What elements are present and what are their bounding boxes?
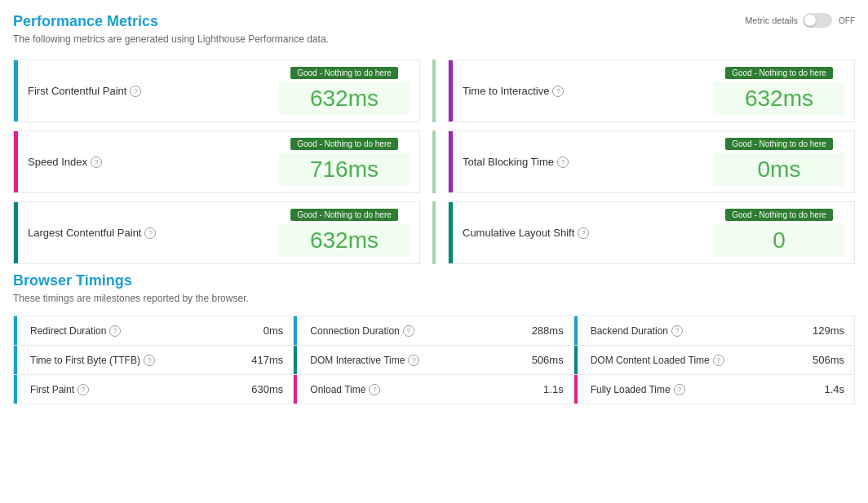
onload-help[interactable]: ? [369, 384, 380, 395]
si-body: Speed Index ? Good - Nothing to do here … [18, 131, 419, 192]
metrics-row2-divider [432, 130, 436, 193]
onload-accent [294, 375, 297, 404]
lcp-value: 632ms [279, 224, 410, 257]
fcp-badge: Good - Nothing to do here [290, 67, 398, 79]
connection-duration-accent [294, 316, 297, 345]
performance-subtitle: The following metrics are generated usin… [13, 33, 329, 45]
metric-details-label: Metric details [745, 15, 798, 25]
si-badge: Good - Nothing to do here [290, 138, 398, 150]
cls-help-icon[interactable]: ? [578, 227, 589, 239]
connection-duration-help[interactable]: ? [403, 325, 414, 337]
fcp-help-icon[interactable]: ? [130, 86, 141, 97]
redirect-duration-value: 0ms [264, 324, 284, 337]
ttfb-content: Time to First Byte (TTFB) ? 417ms [24, 354, 283, 366]
performance-title: Performance Metrics [13, 13, 329, 30]
tti-value: 632ms [714, 82, 844, 115]
timing-redirect-duration: Redirect Duration ? 0ms [14, 316, 294, 346]
fcp-value-box: Good - Nothing to do here 632ms [279, 67, 410, 115]
tti-badge: Good - Nothing to do here [725, 67, 833, 79]
metrics-row-1: First Contentful Paint ? Good - Nothing … [13, 60, 855, 122]
metric-details-toggle: Metric details OFF [745, 13, 855, 28]
metric-card-fcp: First Contentful Paint ? Good - Nothing … [13, 60, 420, 122]
fully-loaded-accent [574, 375, 578, 404]
tbt-help-icon[interactable]: ? [557, 157, 569, 168]
cls-body: Cumulative Layout Shift ? Good - Nothing… [453, 202, 854, 263]
metrics-row1-divider [432, 60, 436, 122]
timing-dom-content-loaded: DOM Content Loaded Time ? 506ms [574, 346, 854, 375]
ttfb-value: 417ms [251, 354, 283, 366]
first-paint-value: 630ms [251, 383, 283, 395]
timing-backend-duration: Backend Duration ? 129ms [574, 316, 854, 346]
first-paint-help[interactable]: ? [78, 384, 89, 395]
ttfb-name: Time to First Byte (TTFB) ? [30, 355, 155, 366]
backend-duration-help[interactable]: ? [671, 325, 683, 337]
ttfb-help[interactable]: ? [144, 355, 155, 366]
si-name: Speed Index ? [28, 156, 102, 168]
backend-duration-value: 129ms [813, 324, 844, 337]
browser-timings-title: Browser Timings [13, 272, 855, 289]
dom-interactive-value: 506ms [532, 354, 564, 366]
performance-section: Performance Metrics The following metric… [13, 13, 855, 264]
first-paint-accent [14, 375, 17, 404]
backend-duration-content: Backend Duration ? 129ms [584, 324, 844, 337]
fully-loaded-name: Fully Loaded Time ? [591, 384, 685, 395]
redirect-duration-content: Redirect Duration ? 0ms [24, 324, 283, 337]
lcp-help-icon[interactable]: ? [144, 227, 156, 239]
backend-duration-name: Backend Duration ? [591, 325, 683, 337]
browser-timings-subtitle: These timings are milestones reported by… [13, 293, 855, 304]
cls-value: 0 [714, 224, 844, 257]
metrics-row3-divider [432, 201, 436, 264]
redirect-duration-name: Redirect Duration ? [30, 325, 121, 337]
si-help-icon[interactable]: ? [91, 157, 102, 168]
timing-dom-interactive: DOM Interactive Time ? 506ms [294, 346, 574, 375]
backend-duration-accent [574, 316, 578, 345]
ttfb-accent [14, 346, 17, 374]
first-paint-content: First Paint ? 630ms [24, 383, 283, 395]
dom-content-loaded-help[interactable]: ? [713, 355, 724, 366]
dom-interactive-help[interactable]: ? [408, 355, 419, 366]
toggle-knob [804, 15, 816, 26]
timing-fully-loaded: Fully Loaded Time ? 1.4s [574, 375, 854, 404]
timing-connection-duration: Connection Duration ? 288ms [294, 316, 574, 346]
metric-card-cls: Cumulative Layout Shift ? Good - Nothing… [448, 201, 855, 264]
lcp-value-box: Good - Nothing to do here 632ms [279, 209, 410, 257]
si-value: 716ms [279, 153, 410, 186]
lcp-name: Largest Contentful Paint ? [28, 227, 156, 239]
tti-name: Time to Interactive ? [463, 85, 564, 97]
metric-card-tti: Time to Interactive ? Good - Nothing to … [448, 60, 855, 122]
tbt-body: Total Blocking Time ? Good - Nothing to … [453, 131, 854, 192]
connection-duration-content: Connection Duration ? 288ms [303, 324, 563, 337]
tti-help-icon[interactable]: ? [552, 86, 564, 97]
timing-first-paint: First Paint ? 630ms [14, 375, 294, 404]
timing-ttfb: Time to First Byte (TTFB) ? 417ms [14, 346, 294, 375]
metrics-row-3: Largest Contentful Paint ? Good - Nothin… [13, 201, 855, 264]
tbt-name: Total Blocking Time ? [463, 156, 569, 168]
fully-loaded-help[interactable]: ? [674, 384, 685, 395]
fcp-name: First Contentful Paint ? [28, 85, 141, 97]
tbt-value: 0ms [714, 153, 844, 186]
toggle-switch[interactable] [803, 13, 832, 28]
metric-card-si: Speed Index ? Good - Nothing to do here … [13, 130, 420, 193]
connection-duration-value: 288ms [532, 324, 564, 337]
dom-interactive-content: DOM Interactive Time ? 506ms [303, 354, 563, 366]
metrics-row-2: Speed Index ? Good - Nothing to do here … [13, 130, 855, 193]
dom-interactive-accent [294, 346, 297, 374]
tti-body: Time to Interactive ? Good - Nothing to … [453, 60, 854, 121]
tbt-value-box: Good - Nothing to do here 0ms [714, 138, 844, 186]
fully-loaded-content: Fully Loaded Time ? 1.4s [584, 383, 844, 395]
dom-content-loaded-name: DOM Content Loaded Time ? [591, 355, 724, 366]
onload-name: Onload Time ? [310, 384, 380, 395]
cls-name: Cumulative Layout Shift ? [463, 227, 589, 239]
dom-interactive-name: DOM Interactive Time ? [310, 355, 419, 366]
onload-content: Onload Time ? 1.1s [303, 383, 563, 395]
metric-card-tbt: Total Blocking Time ? Good - Nothing to … [448, 130, 855, 193]
timing-onload: Onload Time ? 1.1s [294, 375, 574, 404]
connection-duration-name: Connection Duration ? [310, 325, 414, 337]
lcp-body: Largest Contentful Paint ? Good - Nothin… [18, 202, 419, 263]
dom-content-loaded-value: 506ms [813, 354, 844, 366]
redirect-duration-help[interactable]: ? [109, 325, 121, 337]
fully-loaded-value: 1.4s [824, 383, 844, 395]
cls-badge: Good - Nothing to do here [725, 209, 833, 221]
fcp-body: First Contentful Paint ? Good - Nothing … [18, 60, 419, 121]
redirect-duration-accent [14, 316, 17, 345]
